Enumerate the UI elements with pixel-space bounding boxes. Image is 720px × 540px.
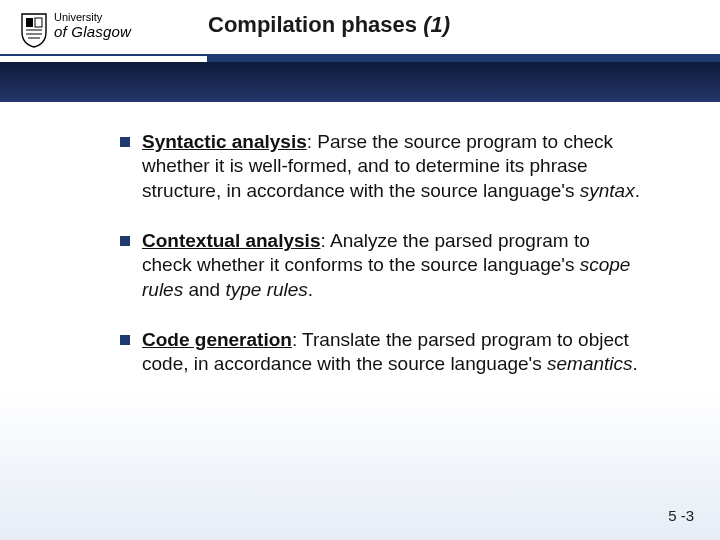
bullet-icon <box>120 236 130 246</box>
svg-rect-0 <box>26 18 33 27</box>
bullet-item: Code generation: Translate the parsed pr… <box>120 328 640 377</box>
logo-line2: of Glasgow <box>54 23 131 40</box>
bullet-text: Syntactic analysis: Parse the source pro… <box>142 130 640 203</box>
bullet-tail: . <box>635 180 640 201</box>
bullet-tail: . <box>308 279 313 300</box>
title-number: (1) <box>423 12 450 37</box>
bullet-item: Contextual analysis: Analyze the parsed … <box>120 229 640 302</box>
bullet-text: Code generation: Translate the parsed pr… <box>142 328 640 377</box>
content: Syntactic analysis: Parse the source pro… <box>120 130 640 403</box>
bullet-item: Syntactic analysis: Parse the source pro… <box>120 130 640 203</box>
bullet-mid: and <box>183 279 225 300</box>
logo: University of Glasgow <box>0 12 170 48</box>
bullet-em: semantics <box>547 353 633 374</box>
bullet-tail: . <box>633 353 638 374</box>
accent-bar <box>0 62 720 102</box>
slide: University of Glasgow Compilation phases… <box>0 0 720 540</box>
title-main: Compilation phases <box>208 12 423 37</box>
bullet-head: Contextual analysis <box>142 230 320 251</box>
bullet-head: Code generation <box>142 329 292 350</box>
bottom-fade <box>0 390 720 540</box>
svg-rect-1 <box>35 18 42 27</box>
bullet-em2: type rules <box>225 279 307 300</box>
bullet-em: syntax <box>580 180 635 201</box>
slide-title: Compilation phases (1) <box>170 12 720 38</box>
bullet-icon <box>120 137 130 147</box>
bullet-icon <box>120 335 130 345</box>
logo-text: University of Glasgow <box>54 12 131 39</box>
page-number: 5 -3 <box>668 507 694 524</box>
divider-thick <box>207 54 720 62</box>
bullet-head: Syntactic analysis <box>142 131 307 152</box>
bullet-text: Contextual analysis: Analyze the parsed … <box>142 229 640 302</box>
crest-icon <box>20 12 48 48</box>
header: University of Glasgow Compilation phases… <box>0 0 720 60</box>
